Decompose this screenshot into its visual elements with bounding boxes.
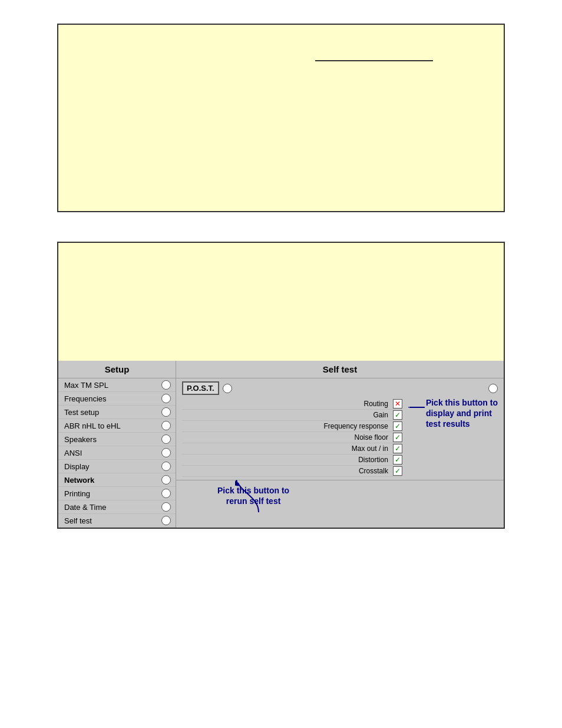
setup-item-label: Test setup (64, 408, 99, 417)
setup-item-label: Network (64, 476, 94, 485)
selftest-header: Self test (176, 361, 504, 378)
setup-item-circle[interactable] (161, 448, 171, 457)
setup-header: Setup (58, 361, 176, 378)
test-row-noise-floor: Noise floor✓ (182, 432, 402, 443)
test-row-checkbox[interactable]: ✕ (393, 399, 402, 409)
test-row-checkbox[interactable]: ✓ (393, 444, 402, 453)
setup-item-ansi[interactable]: ANSI (58, 446, 176, 460)
bottom-annotation-wrapper: Pick this button to rerun self test (182, 485, 498, 506)
setup-item-label: Speakers (64, 435, 97, 444)
test-row-distortion: Distortion✓ (182, 454, 402, 466)
bottom-note: Pick this button to rerun self test (176, 480, 504, 521)
setup-item-circle[interactable] (161, 421, 171, 430)
test-row-label: Max out / in (182, 444, 393, 453)
setup-item-label: Date & Time (64, 503, 107, 512)
test-row-checkbox[interactable]: ✓ (393, 410, 402, 420)
post-circle[interactable] (223, 384, 232, 393)
right-annotation-text: Pick this button to display and print te… (426, 397, 498, 430)
selftest-area: Self test P.O.S.T. Routing✕Gain✓Frequenc (176, 361, 504, 528)
test-row-checkbox[interactable]: ✓ (393, 455, 402, 465)
annotation-right-line3: test results (426, 419, 498, 429)
setup-item-circle[interactable] (161, 502, 171, 512)
setup-item-speakers[interactable]: Speakers (58, 433, 176, 446)
annotation-right-line2: display and print (426, 408, 498, 419)
setup-item-circle[interactable] (161, 475, 171, 485)
setup-item-circle[interactable] (161, 434, 171, 444)
setup-item-circle[interactable] (161, 489, 171, 498)
setup-item-date--time[interactable]: Date & Time (58, 500, 176, 514)
test-row-frequency-response: Frequency response✓ (182, 421, 402, 432)
test-row-routing: Routing✕ (182, 398, 402, 410)
test-row-checkbox[interactable]: ✓ (393, 421, 402, 431)
setup-item-label: Max TM SPL (64, 381, 108, 390)
setup-item-circle[interactable] (161, 394, 171, 403)
setup-item-label: ANSI (64, 449, 82, 457)
test-row-checkbox[interactable]: ✓ (393, 433, 402, 442)
bottom-panel: Setup Max TM SPLFrequenciesTest setupABR… (57, 242, 505, 529)
setup-item-label: Printing (64, 489, 90, 498)
test-row-checkbox[interactable]: ✓ (393, 466, 402, 476)
setup-item-test-setup[interactable]: Test setup (58, 406, 176, 419)
setup-item-circle[interactable] (161, 407, 171, 417)
right-arrow-icon (408, 398, 426, 416)
test-row-label: Routing (182, 400, 393, 408)
setup-items-container: Max TM SPLFrequenciesTest setupABR nHL t… (58, 378, 176, 528)
setup-item-max-tm-spl[interactable]: Max TM SPL (58, 378, 176, 392)
test-row-gain: Gain✓ (182, 410, 402, 421)
setup-item-network[interactable]: Network (58, 473, 176, 487)
bottom-panel-space (58, 243, 504, 361)
setup-item-self-test[interactable]: Self test (58, 514, 176, 528)
setup-item-printing[interactable]: Printing (58, 487, 176, 500)
test-results-area: Routing✕Gain✓Frequency response✓Noise fl… (182, 398, 402, 477)
bottom-arrow-icon (235, 480, 282, 515)
test-row-label: Gain (182, 411, 393, 419)
setup-item-label: Frequencies (64, 394, 107, 403)
setup-item-display[interactable]: Display (58, 460, 176, 473)
results-circle[interactable] (488, 384, 498, 393)
setup-item-frequencies[interactable]: Frequencies (58, 392, 176, 406)
post-row: P.O.S.T. (182, 381, 498, 395)
setup-item-label: Display (64, 462, 90, 471)
setup-item-circle[interactable] (161, 516, 171, 525)
annotation-right-line1: Pick this button to (426, 397, 498, 408)
setup-item-circle[interactable] (161, 462, 171, 471)
post-button[interactable]: P.O.S.T. (182, 381, 219, 395)
test-rows-wrapper: Routing✕Gain✓Frequency response✓Noise fl… (182, 397, 498, 477)
top-panel (57, 24, 505, 212)
page-wrapper: Setup Max TM SPLFrequenciesTest setupABR… (0, 0, 562, 728)
selftest-content: P.O.S.T. Routing✕Gain✓Frequency response… (176, 378, 504, 480)
table-area: Setup Max TM SPLFrequenciesTest setupABR… (58, 361, 504, 528)
setup-sidebar: Setup Max TM SPLFrequenciesTest setupABR… (58, 361, 176, 528)
setup-item-circle[interactable] (161, 380, 171, 390)
test-row-label: Distortion (182, 456, 393, 464)
top-panel-underline (315, 60, 433, 61)
test-row-label: Crosstalk (182, 467, 393, 475)
setup-item-label: ABR nHL to eHL (64, 421, 121, 430)
test-row-max-out-/-in: Max out / in✓ (182, 443, 402, 454)
setup-item-abr-nhl-to-ehl[interactable]: ABR nHL to eHL (58, 419, 176, 433)
setup-item-label: Self test (64, 516, 92, 525)
test-row-label: Frequency response (182, 422, 393, 430)
test-row-label: Noise floor (182, 433, 393, 442)
test-row-crosstalk: Crosstalk✓ (182, 466, 402, 477)
right-annotation: Pick this button to display and print te… (408, 397, 498, 430)
